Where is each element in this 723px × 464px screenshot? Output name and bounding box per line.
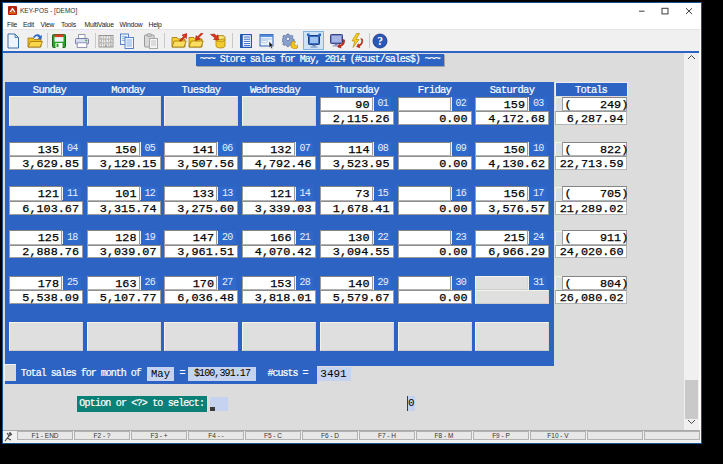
svg-text:?: ?	[377, 35, 383, 47]
